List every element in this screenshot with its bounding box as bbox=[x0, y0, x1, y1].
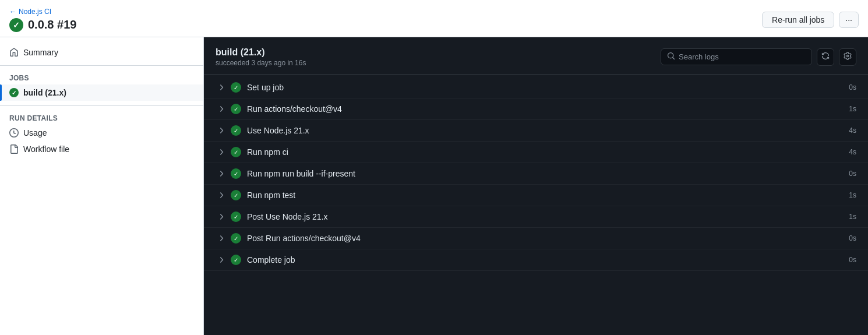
run-number: 0.0.8 #19 bbox=[28, 18, 76, 31]
step-duration: 0s bbox=[849, 170, 856, 178]
step-chevron-icon bbox=[216, 103, 227, 115]
workflow-icon bbox=[9, 144, 19, 154]
sidebar-workflow-label: Workflow file bbox=[23, 144, 69, 154]
step-chevron-icon bbox=[216, 168, 227, 179]
step-chevron-icon bbox=[216, 254, 227, 266]
step-status-icon: ✓ bbox=[231, 147, 241, 157]
home-icon bbox=[9, 48, 19, 57]
step-duration: 1s bbox=[849, 105, 856, 113]
clock-icon bbox=[9, 128, 19, 137]
gear-icon bbox=[844, 52, 852, 62]
step-duration: 1s bbox=[849, 191, 856, 199]
step-name: Complete job bbox=[247, 255, 844, 265]
header-right: Re-run all jobs ··· bbox=[762, 12, 859, 28]
step-name: Run actions/checkout@v4 bbox=[247, 104, 844, 114]
step-status-icon: ✓ bbox=[231, 168, 241, 179]
refresh-button[interactable] bbox=[817, 48, 834, 66]
step-name: Post Use Node.js 21.x bbox=[247, 212, 844, 221]
step-duration: 0s bbox=[849, 256, 856, 264]
sidebar-usage-label: Usage bbox=[23, 128, 47, 137]
step-duration: 0s bbox=[849, 234, 856, 242]
back-arrow-icon: ← bbox=[9, 8, 16, 16]
step-duration: 1s bbox=[849, 213, 856, 221]
step-duration: 0s bbox=[849, 83, 856, 91]
settings-button[interactable] bbox=[839, 48, 856, 66]
step-chevron-icon bbox=[216, 211, 227, 223]
run-details-label: Run details bbox=[0, 111, 203, 125]
job-info: build (21.x) succeeded 3 days ago in 16s bbox=[216, 47, 306, 67]
step-name: Post Run actions/checkout@v4 bbox=[247, 234, 844, 243]
more-options-button[interactable]: ··· bbox=[839, 12, 859, 28]
step-row[interactable]: ✓ Use Node.js 21.x 4s bbox=[204, 120, 868, 142]
sidebar-item-usage[interactable]: Usage bbox=[0, 125, 203, 141]
step-name: Set up job bbox=[247, 83, 844, 92]
step-name: Run npm test bbox=[247, 191, 844, 200]
sidebar-divider-2 bbox=[0, 105, 203, 106]
job-header: build (21.x) succeeded 3 days ago in 16s bbox=[204, 37, 868, 75]
step-row[interactable]: ✓ Complete job 0s bbox=[204, 249, 868, 271]
step-duration: 4s bbox=[849, 126, 856, 135]
step-row[interactable]: ✓ Run npm test 1s bbox=[204, 185, 868, 206]
step-row[interactable]: ✓ Run npm ci 4s bbox=[204, 142, 868, 163]
header-left: ← Node.js CI ✓ 0.0.8 #19 bbox=[9, 8, 76, 32]
step-name: Run npm run build --if-present bbox=[247, 169, 844, 178]
main-layout: Summary Jobs ✓ build (21.x) Run details … bbox=[0, 37, 868, 335]
step-chevron-icon bbox=[216, 146, 227, 158]
refresh-icon bbox=[821, 52, 830, 62]
step-name: Use Node.js 21.x bbox=[247, 126, 844, 135]
step-status-icon: ✓ bbox=[231, 125, 241, 136]
step-status-icon: ✓ bbox=[231, 104, 241, 114]
step-row[interactable]: ✓ Run actions/checkout@v4 1s bbox=[204, 98, 868, 120]
search-logs-box[interactable] bbox=[661, 48, 812, 65]
sidebar: Summary Jobs ✓ build (21.x) Run details … bbox=[0, 37, 204, 335]
jobs-section-label: Jobs bbox=[0, 70, 203, 84]
sidebar-item-summary[interactable]: Summary bbox=[0, 44, 203, 61]
step-row[interactable]: ✓ Run npm run build --if-present 0s bbox=[204, 163, 868, 185]
step-chevron-icon bbox=[216, 82, 227, 93]
step-status-icon: ✓ bbox=[231, 211, 241, 222]
job-subtitle: succeeded 3 days ago in 16s bbox=[216, 59, 306, 67]
run-title: ✓ 0.0.8 #19 bbox=[9, 18, 76, 32]
main-content: build (21.x) succeeded 3 days ago in 16s bbox=[204, 37, 868, 335]
sidebar-build-label: build (21.x) bbox=[23, 88, 66, 97]
step-chevron-icon bbox=[216, 189, 227, 201]
rerun-all-jobs-button[interactable]: Re-run all jobs bbox=[762, 12, 834, 28]
step-duration: 4s bbox=[849, 148, 856, 156]
step-row[interactable]: ✓ Post Use Node.js 21.x 1s bbox=[204, 206, 868, 228]
step-chevron-icon bbox=[216, 232, 227, 244]
sidebar-summary-label: Summary bbox=[23, 48, 58, 57]
step-chevron-icon bbox=[216, 125, 227, 136]
back-link-label: Node.js CI bbox=[19, 8, 51, 16]
step-status-icon: ✓ bbox=[231, 255, 241, 265]
more-options-icon: ··· bbox=[845, 15, 852, 24]
job-header-actions bbox=[661, 48, 856, 66]
top-header: ← Node.js CI ✓ 0.0.8 #19 Re-run all jobs… bbox=[0, 0, 868, 37]
step-status-icon: ✓ bbox=[231, 190, 241, 200]
job-title: build (21.x) bbox=[216, 47, 306, 58]
step-row[interactable]: ✓ Set up job 0s bbox=[204, 77, 868, 98]
sidebar-item-workflow-file[interactable]: Workflow file bbox=[0, 141, 203, 157]
sidebar-item-build[interactable]: ✓ build (21.x) bbox=[0, 84, 203, 101]
step-name: Run npm ci bbox=[247, 147, 844, 157]
step-status-icon: ✓ bbox=[231, 233, 241, 244]
run-status-icon: ✓ bbox=[9, 18, 23, 32]
sidebar-divider-1 bbox=[0, 65, 203, 66]
step-row[interactable]: ✓ Post Run actions/checkout@v4 0s bbox=[204, 228, 868, 249]
search-icon bbox=[667, 52, 675, 62]
build-status-icon: ✓ bbox=[9, 88, 19, 97]
back-link[interactable]: ← Node.js CI bbox=[9, 8, 76, 16]
search-logs-input[interactable] bbox=[679, 52, 806, 61]
steps-list: ✓ Set up job 0s ✓ Run actions/checkout@v… bbox=[204, 75, 868, 335]
step-status-icon: ✓ bbox=[231, 82, 241, 93]
